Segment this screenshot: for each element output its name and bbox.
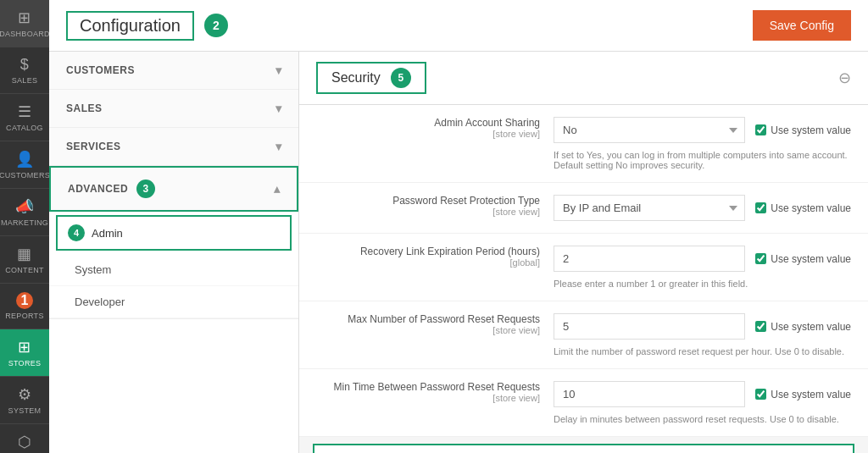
sidebar-item-label: System [8,406,42,415]
use-system-value-password-reset-protection[interactable]: Use system value [755,202,851,214]
nav-section-items-advanced: 4 Admin System Developer [49,215,298,318]
sidebar-item-customers[interactable]: 👤 Customers [0,141,49,189]
chevron-down-icon: ▾ [275,140,282,153]
page-title: Configuration [66,11,194,41]
form-row-min-time-password-reset: Min Time Between Password Reset Requests… [299,369,868,437]
sidebar-item-label: Reports [5,312,43,320]
sidebar-item-label: Customers [0,171,50,180]
nav-section-customers: CUSTOMERS ▾ [49,52,298,90]
nav-section-header-advanced[interactable]: ADVANCED 3 ▴ [49,166,298,212]
use-system-value-admin-account[interactable]: Use system value [755,124,851,136]
sidebar-item-label: Stores [8,359,42,367]
form-control-min-time-password-reset: Use system value Delay in minutes betwee… [554,381,851,424]
main-content: Configuration 2 Save Config CUSTOMERS ▾ … [49,0,868,453]
sidebar-item-label: Catalog [6,124,43,132]
form-control-recovery-link: Use system value Please enter a number 1… [554,246,851,289]
recovery-link-input[interactable] [554,246,745,272]
topbar: Configuration 2 Save Config [49,0,868,52]
customers-icon: 👤 [15,150,34,168]
form-label-max-password-reset: Max Number of Password Reset Requests [s… [316,313,554,335]
nav-item-developer[interactable]: Developer [49,286,298,318]
form-row-recovery-link: Recovery Link Expiration Period (hours) … [299,234,868,301]
content-icon: ▦ [17,245,31,263]
use-system-checkbox-min-time[interactable] [755,389,766,400]
nav-section-services: SERVICES ▾ [49,128,298,166]
sidebar-item-label: Content [5,266,44,274]
form-control-max-password-reset: Use system value Limit the number of pas… [554,313,851,356]
step-badge-3: 3 [136,180,155,198]
step-badge-5: 5 [391,68,411,88]
form-label-recovery-link: Recovery Link Expiration Period (hours) … [316,246,554,268]
nav-section-sales: SALES ▾ [49,90,298,128]
right-panel: Security 5 ⊖ Admin Account Sharing [stor… [299,52,868,453]
nav-section-advanced: ADVANCED 3 ▴ 4 Admin System Developer [49,166,298,319]
sidebar-item-reports[interactable]: 1 Reports [0,284,49,329]
use-system-checkbox-password-reset-protection[interactable] [755,202,766,213]
content-area: CUSTOMERS ▾ SALES ▾ SERVICES ▾ [49,52,868,453]
sidebar-item-marketing[interactable]: 📣 Marketing [0,189,49,236]
nav-item-admin[interactable]: 4 Admin [56,215,292,251]
sidebar-item-label: Dashboard [0,30,50,38]
use-system-checkbox-recovery-link[interactable] [755,253,766,264]
min-time-password-reset-input[interactable] [554,381,745,407]
step-badge-2: 2 [204,14,228,37]
form-label-password-reset-protection: Password Reset Protection Type [store vi… [316,195,554,217]
sidebar-item-system[interactable]: ⚙ System [0,377,49,424]
collapse-icon[interactable]: ⊖ [838,69,851,87]
form-row-admin-account-sharing: Admin Account Sharing [store view] No Ye… [299,105,868,183]
form-control-password-reset-protection: By IP and Email By IP By Email None Use … [554,195,851,221]
nav-item-system[interactable]: System [49,254,298,286]
form-row-add-secret-key: 6 Add Secret Key to URLs [global] Yes No [313,444,854,453]
sidebar: ⊞ Dashboard $ Sales ☰ Catalog 👤 Customer… [0,0,49,453]
password-reset-protection-select[interactable]: By IP and Email By IP By Email None [554,195,745,221]
reports-icon: 1 [16,292,33,309]
form-label-min-time-password-reset: Min Time Between Password Reset Requests… [316,381,554,403]
sales-icon: $ [20,56,29,74]
form-row-password-reset-protection: Password Reset Protection Type [store vi… [299,183,868,234]
dashboard-icon: ⊞ [18,8,31,27]
form-control-admin-account-sharing: No Yes Use system value If set to Yes, y… [554,117,851,170]
topbar-left: Configuration 2 [66,11,228,41]
admin-account-sharing-select[interactable]: No Yes [554,117,745,143]
system-icon: ⚙ [18,385,31,404]
sidebar-item-stores[interactable]: ⊞ Stores [0,329,49,377]
sidebar-item-label: Marketing [1,218,48,227]
use-system-checkbox-max-password-reset[interactable] [755,321,766,332]
nav-section-header-customers[interactable]: CUSTOMERS ▾ [49,52,298,89]
sidebar-item-dashboard[interactable]: ⊞ Dashboard [0,0,49,47]
sidebar-item-label: Sales [12,76,38,85]
max-password-reset-input[interactable] [554,313,745,340]
catalog-icon: ☰ [18,102,31,121]
chevron-up-icon: ▴ [274,182,281,196]
use-system-value-min-time[interactable]: Use system value [755,389,851,401]
section-header-bar: Security 5 ⊖ [299,52,868,105]
use-system-checkbox-admin-account[interactable] [755,124,766,135]
form-row-max-password-reset: Max Number of Password Reset Requests [s… [299,301,868,369]
step-badge-4: 4 [68,224,85,241]
use-system-value-recovery-link[interactable]: Use system value [755,253,851,265]
nav-section-header-sales[interactable]: SALES ▾ [49,90,298,127]
sidebar-item-catalog[interactable]: ☰ Catalog [0,94,49,141]
left-nav: CUSTOMERS ▾ SALES ▾ SERVICES ▾ [49,52,299,453]
nav-section-header-services[interactable]: SERVICES ▾ [49,128,298,165]
chevron-down-icon: ▾ [275,64,282,77]
sidebar-item-sales[interactable]: $ Sales [0,47,49,94]
marketing-icon: 📣 [15,197,34,216]
form-label-admin-account-sharing: Admin Account Sharing [store view] [316,117,554,139]
section-title-box: Security 5 [316,62,426,94]
chevron-down-icon: ▾ [275,102,282,115]
sidebar-item-content[interactable]: ▦ Content [0,236,49,284]
use-system-value-max-password-reset[interactable]: Use system value [755,321,851,333]
save-config-button[interactable]: Save Config [753,10,851,41]
stores-icon: ⊞ [18,338,31,356]
security-form: Admin Account Sharing [store view] No Ye… [299,105,868,453]
extensions-icon: ⬡ [18,433,31,451]
sidebar-item-extensions[interactable]: ⬡ [0,424,49,453]
